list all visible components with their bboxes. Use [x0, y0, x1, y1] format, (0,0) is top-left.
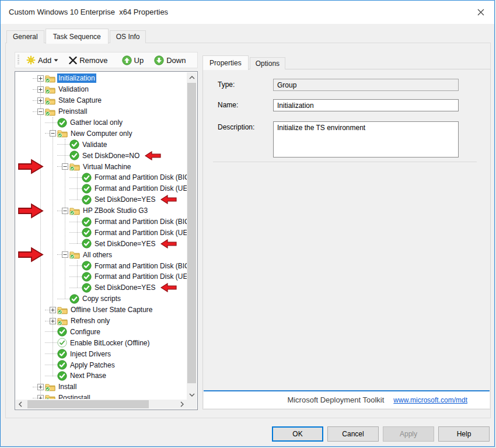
red-arrow-left-icon [145, 151, 161, 160]
expander-minus-icon[interactable] [62, 208, 68, 214]
apply-button[interactable]: Apply [383, 426, 434, 442]
expander-minus-icon[interactable] [62, 163, 68, 170]
tree-connector [57, 155, 69, 156]
properties-dialog: Custom Windows 10 Enterprise x64 Propert… [0, 0, 495, 447]
tree-connector [33, 100, 37, 101]
expander-plus-icon[interactable] [37, 86, 44, 93]
down-button[interactable]: Down [151, 54, 188, 67]
expander-minus-icon[interactable] [37, 108, 44, 115]
tree-item[interactable]: Initialization [16, 73, 187, 84]
red-arrow-right-icon [18, 203, 44, 221]
success-check-icon [82, 217, 92, 227]
tree-item[interactable]: New Computer only [16, 128, 187, 139]
tree-item-label: Enable BitLocker (Offline) [69, 338, 151, 348]
ok-button[interactable]: OK [272, 426, 323, 442]
tree-item[interactable]: Copy scripts [16, 293, 187, 304]
tree-item[interactable]: Preinstall [16, 106, 187, 117]
tree-connector [33, 78, 37, 79]
tab-options[interactable]: Options [250, 57, 285, 69]
tree-connector [33, 398, 37, 398]
tree-connector [69, 243, 82, 244]
tree-item-label: Set DiskDone=YES [93, 283, 156, 292]
task-sequence-tree: InitializationValidationState CapturePre… [15, 71, 198, 410]
scroll-down-icon[interactable] [187, 390, 197, 400]
expander-plus-icon[interactable] [37, 75, 44, 82]
expander-minus-icon[interactable] [62, 251, 68, 258]
expander-plus-icon[interactable] [37, 395, 44, 399]
tree-item-label: Configure [69, 327, 102, 337]
tab-properties[interactable]: Properties [202, 55, 249, 70]
red-arrow-left-icon [160, 283, 177, 292]
success-check-icon [69, 150, 79, 160]
success-check-icon [82, 239, 92, 249]
tree-item[interactable]: Apply Patches [16, 359, 187, 370]
tree-item[interactable]: Refresh only [16, 316, 187, 327]
name-field[interactable]: Initialization [273, 99, 459, 111]
expander-plus-icon[interactable] [50, 318, 56, 324]
toolbar-grip[interactable] [18, 55, 19, 65]
tree-item-label: Format and Partition Disk (BIC [93, 173, 187, 182]
success-check-icon [57, 360, 67, 370]
tree-item[interactable]: Format and Partition Disk (UE [16, 183, 187, 194]
tree-item[interactable]: Validate [16, 139, 187, 150]
tree-connector [45, 354, 57, 354]
tree-vertical-scrollbar[interactable] [187, 72, 197, 400]
tree-item[interactable]: Validation [16, 84, 187, 95]
tree-item[interactable]: Format and Partition Disk (UE [16, 271, 187, 282]
properties-panel: Type: Group Name: Initialization Descrip… [202, 69, 491, 410]
expander-plus-icon[interactable] [37, 384, 44, 390]
tree-item[interactable]: State Capture [16, 95, 187, 106]
add-star-icon [26, 55, 36, 65]
success-check-icon [82, 228, 92, 237]
success-check-icon [57, 371, 67, 381]
tree-item[interactable]: Configure [16, 326, 187, 337]
tree-connector [69, 188, 82, 189]
tab-task-sequence[interactable]: Task Sequence [46, 29, 109, 44]
close-icon[interactable] [474, 6, 487, 19]
help-button[interactable]: Help [438, 426, 490, 442]
expander-plus-icon[interactable] [37, 97, 44, 104]
add-button[interactable]: Add [23, 54, 61, 66]
tree-item-label: Initialization [57, 74, 96, 83]
tree-connector [57, 299, 69, 299]
tree-item-label: Format and Partition Disk (UE [93, 228, 187, 237]
down-arrow-icon [154, 55, 164, 65]
vertical-scroll-thumb[interactable] [187, 83, 196, 383]
tab-general[interactable]: General [6, 30, 44, 43]
tab-os-info[interactable]: OS Info [110, 30, 146, 43]
red-arrow-left-icon [160, 239, 177, 249]
expander-plus-icon[interactable] [50, 307, 56, 313]
tree-item[interactable]: Offline User State Capture [16, 304, 187, 316]
tree-item-label: HP ZBook Studio G3 [82, 206, 149, 215]
tree-item[interactable]: Install [16, 382, 187, 393]
tree-item[interactable]: Gather local only [16, 117, 187, 128]
tree-horizontal-scrollbar[interactable] [16, 400, 187, 409]
tree-item-label: Offline User State Capture [69, 305, 154, 314]
scroll-right-icon[interactable] [177, 400, 187, 409]
success-check-icon [57, 118, 67, 128]
horizontal-scroll-thumb[interactable] [27, 400, 149, 408]
tree-item[interactable]: Inject Drivers [16, 348, 187, 359]
success-check-icon [82, 195, 92, 205]
success-check-icon [82, 261, 92, 271]
tree-item-label: Preinstall [57, 107, 88, 116]
folder-icon [69, 206, 80, 215]
mdt-link[interactable]: www.microsoft.com/mdt [393, 396, 467, 404]
cancel-button[interactable]: Cancel [327, 426, 379, 442]
tree-item[interactable]: Postinstall [16, 393, 187, 399]
scroll-up-icon[interactable] [187, 72, 197, 82]
tree-toolbar: Add Remove Up [15, 52, 198, 68]
tree-item[interactable]: Set DiskDone=YES [16, 282, 187, 293]
tree-item[interactable]: Next Phase [16, 370, 187, 382]
tree-connector [69, 288, 82, 288]
up-button[interactable]: Up [119, 54, 147, 67]
tree-item[interactable]: Format and Partition Disk (UE [16, 227, 187, 238]
description-field[interactable]: Initialize the TS environment [273, 121, 459, 158]
tree-item[interactable]: Enable BitLocker (Offline) [16, 337, 187, 348]
folder-icon [57, 129, 68, 138]
expander-minus-icon[interactable] [50, 130, 56, 136]
remove-button[interactable]: Remove [66, 54, 110, 66]
tree-item-label: State Capture [57, 96, 103, 105]
tree-item-label: Virtual Machine [82, 162, 132, 172]
scroll-left-icon[interactable] [16, 400, 25, 409]
